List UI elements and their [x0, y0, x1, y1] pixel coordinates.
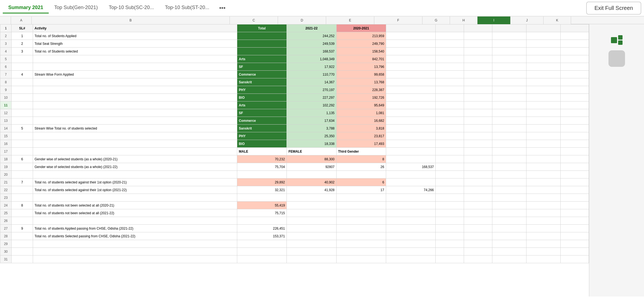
cell-7-j — [526, 71, 561, 78]
cell-4-h — [464, 48, 492, 55]
cell-1-f — [386, 24, 435, 32]
cell-11-g — [436, 101, 464, 109]
row-num-15: 15 — [0, 132, 12, 140]
cell-23-b — [33, 194, 237, 202]
cell-3-a: 2 — [12, 40, 33, 48]
tab-top-sub-gen[interactable]: Top Sub(Gen-2021) — [49, 2, 103, 13]
cell-24-f — [386, 202, 435, 209]
row-num-26: 26 — [0, 217, 12, 225]
cell-1-d: 2021-22 — [287, 24, 336, 32]
cell-30-h — [464, 248, 492, 255]
cell-24-g — [436, 202, 464, 209]
cell-17-j — [526, 148, 561, 155]
col-header-c: C — [230, 16, 278, 24]
cell-26-d — [287, 217, 336, 225]
row-num-5: 5 — [0, 55, 12, 63]
tab-more[interactable]: ••• — [215, 2, 230, 14]
cell-27-a: 9 — [12, 225, 33, 232]
cell-13-j — [526, 117, 561, 125]
cell-2-b: Total no. of Students Applied — [33, 32, 237, 40]
cell-31-h — [464, 255, 492, 263]
tab-top-10-sc[interactable]: Top-10 Sub(SC-20... — [103, 2, 159, 13]
tab-bar: Summary 2021 Top Sub(Gen-2021) Top-10 Su… — [0, 0, 644, 16]
cell-19-a — [12, 163, 33, 171]
cell-26-f — [386, 217, 435, 225]
cell-15-h — [464, 132, 492, 140]
cell-14-b: Stream Wise Total no. of students select… — [33, 125, 237, 132]
cell-31-g — [436, 255, 464, 263]
cell-31-a — [12, 255, 33, 263]
table-row: 14 5 Stream Wise Total no. of students s… — [0, 125, 589, 132]
cell-31-b — [33, 255, 237, 263]
cell-27-c: 226,451 — [237, 225, 286, 232]
cell-30-k — [560, 248, 589, 255]
cell-9-e: 228,387 — [336, 86, 386, 94]
cell-21-d: 40,902 — [287, 178, 336, 186]
table-row: 19 Gender wise of selected students (as … — [0, 163, 589, 171]
cell-1-j — [526, 24, 561, 32]
cell-28-c: 153,371 — [237, 232, 286, 240]
table-row: 28 Total no. of students Selected passin… — [0, 232, 589, 240]
cell-10-i — [492, 94, 526, 101]
cell-4-k — [560, 48, 589, 55]
exit-fullscreen-button[interactable]: Exit Full Screen — [586, 2, 641, 15]
cell-5-h — [464, 55, 492, 63]
cell-31-j — [526, 255, 561, 263]
cell-10-k — [560, 94, 589, 101]
row-num-6: 6 — [0, 63, 12, 71]
cell-15-b — [33, 132, 237, 140]
cell-9-i — [492, 86, 526, 94]
cell-16-b — [33, 140, 237, 148]
cell-14-i — [492, 125, 526, 132]
cell-13-k — [560, 117, 589, 125]
row-num-21: 21 — [0, 178, 12, 186]
cell-28-i — [492, 232, 526, 240]
cell-29-i — [492, 240, 526, 248]
cell-17-d: FEMALE — [287, 148, 336, 155]
scroll-icon[interactable] — [608, 50, 625, 67]
cell-4-e: 158,540 — [336, 48, 386, 55]
row-num-13: 13 — [0, 117, 12, 125]
col-header-b: B — [32, 16, 230, 24]
cell-16-j — [526, 140, 561, 148]
cell-12-i — [492, 109, 526, 117]
table-row: 27 9 Total no. of students Applied passi… — [0, 225, 589, 232]
table-row: 23 — [0, 194, 589, 202]
row-num-7: 7 — [0, 71, 12, 78]
cell-3-g — [436, 40, 464, 48]
cell-21-i — [492, 178, 526, 186]
cell-1-b: Activity — [33, 24, 237, 32]
tab-summary-2021[interactable]: Summary 2021 — [3, 2, 49, 13]
table-row: 4 3 Total no. of Students selected 168,5… — [0, 48, 589, 55]
cell-3-k — [560, 40, 589, 48]
cell-15-c: PHY — [237, 132, 286, 140]
cell-10-c: BIO — [237, 94, 286, 101]
cell-23-c — [237, 194, 286, 202]
table-row: 6 SF 17,922 13,796 — [0, 63, 589, 71]
cell-18-g — [436, 155, 464, 163]
cell-16-h — [464, 140, 492, 148]
cell-10-a — [12, 94, 33, 101]
cell-5-b — [33, 55, 237, 63]
cell-21-h — [464, 178, 492, 186]
cell-19-k — [560, 163, 589, 171]
cell-5-i — [492, 55, 526, 63]
cell-2-d: 244,252 — [287, 32, 336, 40]
cell-26-a — [12, 217, 33, 225]
tab-top-10-st[interactable]: Top-10 Sub(ST-20... — [159, 2, 215, 13]
cell-2-e: 213,959 — [336, 32, 386, 40]
cell-26-b — [33, 217, 237, 225]
cell-29-g — [436, 240, 464, 248]
row-num-3: 3 — [0, 40, 12, 48]
cell-18-d: 88,300 — [287, 155, 336, 163]
cell-7-c: Commerce — [237, 71, 286, 78]
table-row: 2 1 Total no. of Students Applied 244,25… — [0, 32, 589, 40]
cell-17-b — [33, 148, 237, 155]
table-row: 7 4 Stream Wise Form Applied Commerce 11… — [0, 71, 589, 78]
cell-9-c: PHY — [237, 86, 286, 94]
cell-19-d: 92807 — [287, 163, 336, 171]
column-headers: A B C D E F G H I J K — [0, 16, 644, 24]
cell-11-b — [33, 101, 237, 109]
cell-9-h — [464, 86, 492, 94]
cell-8-k — [560, 78, 589, 86]
